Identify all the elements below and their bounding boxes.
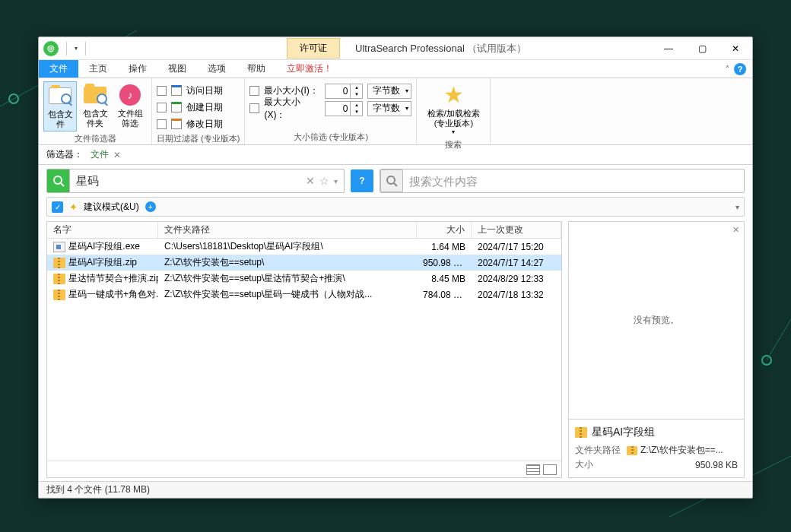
modify-date-checkbox[interactable] <box>157 119 167 129</box>
calendar-icon <box>171 119 182 129</box>
search-history-dropdown[interactable]: ▾ <box>334 177 338 185</box>
preview-pane: ✕ 没有预览。 星码AI字段组 文件夹路径 Z:\Z\软件安装包==... 大小… <box>568 221 745 478</box>
cell-name: 星码AI字段组.zip <box>68 256 137 269</box>
minimize-button[interactable]: ― <box>652 37 685 60</box>
view-tiles-icon[interactable] <box>543 464 557 475</box>
cell-size: 1.64 MB <box>417 242 472 252</box>
cell-path: C:\Users\18181\Desktop\星码AI字段组\ <box>158 240 417 253</box>
content-search-button[interactable] <box>380 169 403 192</box>
add-suggest-icon[interactable]: + <box>145 201 156 212</box>
zip-icon <box>575 427 587 438</box>
max-size-checkbox[interactable] <box>249 103 259 113</box>
include-files-button[interactable]: 包含文件 <box>43 81 77 131</box>
svg-line-9 <box>394 183 397 186</box>
wand-icon: ✦ <box>69 201 78 213</box>
group-label-date-filter: 日期过滤器 (专业版本) <box>157 131 240 146</box>
favorite-search-icon[interactable]: ☆ <box>319 175 329 187</box>
table-row[interactable]: 星码AI字段组.exeC:\Users\18181\Desktop\星码AI字段… <box>47 239 561 255</box>
remove-filter-icon[interactable]: ✕ <box>113 150 121 160</box>
max-size-unit-dropdown[interactable]: 字节数 <box>367 101 411 116</box>
min-size-unit-dropdown[interactable]: 字节数 <box>367 84 411 99</box>
star-icon: ★ <box>443 84 464 106</box>
include-folders-label: 包含文件夹 <box>80 109 110 128</box>
search-icon <box>386 175 398 187</box>
max-size-input[interactable] <box>326 102 350 116</box>
no-preview-label: 没有预览。 <box>634 314 679 327</box>
preview-size-label: 大小 <box>575 458 624 471</box>
filter-label: 筛选器： <box>46 148 83 161</box>
search-input[interactable] <box>70 175 306 188</box>
app-window: ◎ ▾ 许可证 UltraSearch Professional （试用版本） … <box>38 36 753 499</box>
help-search-button[interactable]: ? <box>351 169 373 192</box>
filegroup-filter-button[interactable]: ♪ 文件组筛选 <box>113 81 147 130</box>
col-modified[interactable]: 上一次更改 <box>472 222 561 238</box>
tab-help[interactable]: 帮助 <box>237 60 276 78</box>
include-files-label: 包含文件 <box>46 109 75 129</box>
qat-separator <box>85 42 86 55</box>
magnifier-icon <box>61 93 71 104</box>
search-button[interactable] <box>47 169 70 192</box>
tab-file[interactable]: 文件 <box>39 60 78 78</box>
maximize-button[interactable]: ▢ <box>685 37 719 60</box>
preview-filename: 星码AI字段组 <box>592 426 655 439</box>
col-size[interactable]: 大小 <box>417 222 472 238</box>
search-row: ✕ ☆ ▾ ? <box>39 165 752 197</box>
ribbon: 包含文件 包含文件夹 ♪ 文件组筛选 文件筛选器 访问日期 创建日期 修改日期 <box>39 78 752 145</box>
tab-view[interactable]: 视图 <box>157 60 197 78</box>
content-search-box <box>380 169 745 193</box>
results-table: 名字 文件夹路径 大小 上一次更改 星码AI字段组.exeC:\Users\18… <box>46 221 562 478</box>
cell-modified: 2024/7/18 13:32 <box>472 290 561 300</box>
magnifier-icon <box>97 93 107 104</box>
license-button[interactable]: 许可证 <box>287 38 340 59</box>
svg-point-8 <box>387 176 395 184</box>
min-size-checkbox[interactable] <box>249 86 259 96</box>
view-details-icon[interactable] <box>526 464 540 475</box>
search-load-button[interactable]: ★ 检索/加载检索 (专业版本) ▾ <box>421 81 485 138</box>
help-icon[interactable]: ? <box>734 63 746 75</box>
tab-actions[interactable]: 操作 <box>118 60 157 78</box>
qat-separator <box>66 42 67 55</box>
filter-chip-label: 文件 <box>91 148 109 161</box>
max-size-spinner[interactable]: ▲▼ <box>325 101 363 116</box>
close-preview-icon[interactable]: ✕ <box>732 225 739 235</box>
tab-options[interactable]: 选项 <box>197 60 237 78</box>
zip-icon <box>53 258 65 268</box>
create-date-checkbox[interactable] <box>157 103 167 112</box>
svg-line-7 <box>61 183 64 186</box>
table-row[interactable]: 星达情节契合+推演.zipZ:\Z\软件安装包==setup\星达情节契合+推演… <box>47 271 561 287</box>
table-row[interactable]: 星码一键成书+角色对...Z:\Z\软件安装包==setup\星码一键成书（人物… <box>47 287 561 302</box>
max-size-label: 最大大小(X)： <box>264 96 320 122</box>
ribbon-tabs: 文件 主页 操作 视图 选项 帮助 立即激活！ ˄ ? <box>39 60 752 78</box>
content-search-input[interactable] <box>403 175 744 188</box>
cell-size: 784.08 KB <box>417 290 472 300</box>
folder-icon <box>627 446 637 455</box>
tab-home[interactable]: 主页 <box>78 60 118 78</box>
min-size-input[interactable] <box>326 84 350 98</box>
col-path[interactable]: 文件夹路径 <box>158 222 417 238</box>
status-text: 找到 4 个文件 (11.78 MB) <box>46 483 150 496</box>
table-row[interactable]: 星码AI字段组.zipZ:\Z\软件安装包==setup\950.98 KB20… <box>47 255 561 271</box>
zip-icon <box>53 290 65 300</box>
cell-modified: 2024/7/17 15:20 <box>472 242 561 252</box>
suggest-dropdown-icon[interactable]: ▾ <box>735 203 739 211</box>
suggest-mode-checkbox[interactable]: ✓ <box>52 201 63 213</box>
preview-details: 星码AI字段组 文件夹路径 Z:\Z\软件安装包==... 大小 950.98 … <box>568 420 745 478</box>
svg-point-6 <box>54 176 62 184</box>
filter-chip-file[interactable]: 文件 ✕ <box>91 148 121 161</box>
create-date-label: 创建日期 <box>186 101 223 114</box>
collapse-ribbon-icon[interactable]: ˄ <box>726 65 729 73</box>
calendar-icon <box>171 102 182 112</box>
include-folders-button[interactable]: 包含文件夹 <box>78 81 112 130</box>
clear-search-icon[interactable]: ✕ <box>306 175 315 187</box>
preview-area: ✕ 没有预览。 <box>568 221 745 420</box>
group-label-size-filter: 大小筛选 (专业版本) <box>249 130 411 144</box>
close-button[interactable]: ✕ <box>719 37 752 60</box>
min-size-spinner[interactable]: ▲▼ <box>325 84 363 99</box>
access-date-checkbox[interactable] <box>157 86 167 96</box>
tab-activate-now[interactable]: 立即激活！ <box>276 60 343 78</box>
app-name: UltraSearch Professional <box>355 43 465 54</box>
col-name[interactable]: 名字 <box>47 222 158 238</box>
status-bar: 找到 4 个文件 (11.78 MB) <box>39 481 752 498</box>
qat-customize-dropdown[interactable]: ▾ <box>70 45 82 52</box>
preview-size-value: 950.98 KB <box>695 460 738 470</box>
